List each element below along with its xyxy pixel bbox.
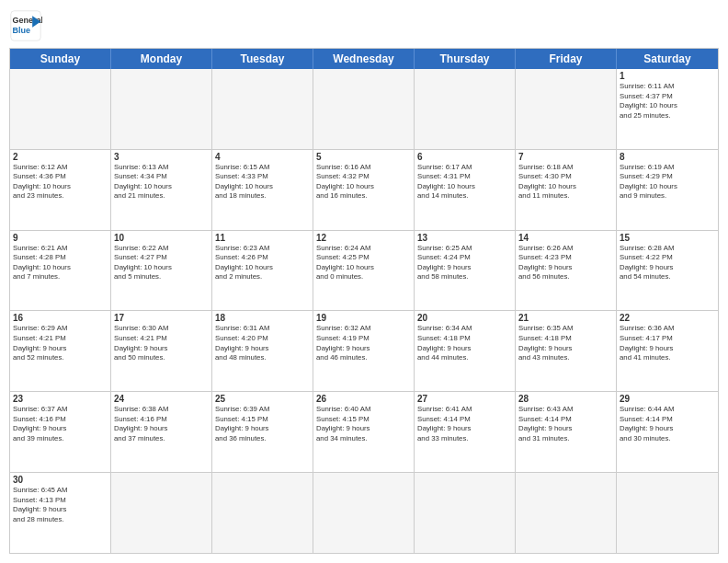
- calendar-cell: 7Sunrise: 6:18 AM Sunset: 4:30 PM Daylig…: [516, 150, 617, 230]
- calendar-cell: 14Sunrise: 6:26 AM Sunset: 4:23 PM Dayli…: [516, 231, 617, 311]
- day-number: 14: [518, 233, 613, 243]
- day-number: 21: [518, 313, 613, 323]
- calendar-cell: 20Sunrise: 6:34 AM Sunset: 4:18 PM Dayli…: [415, 311, 516, 391]
- cell-info: Sunrise: 6:23 AM Sunset: 4:26 PM Dayligh…: [215, 244, 310, 282]
- calendar-cell: 10Sunrise: 6:22 AM Sunset: 4:27 PM Dayli…: [111, 231, 212, 311]
- cell-info: Sunrise: 6:18 AM Sunset: 4:30 PM Dayligh…: [518, 163, 613, 201]
- cell-info: Sunrise: 6:26 AM Sunset: 4:23 PM Dayligh…: [518, 244, 613, 282]
- cell-info: Sunrise: 6:19 AM Sunset: 4:29 PM Dayligh…: [620, 163, 715, 201]
- calendar-cell: 23Sunrise: 6:37 AM Sunset: 4:16 PM Dayli…: [10, 392, 111, 472]
- calendar-cell: 2Sunrise: 6:12 AM Sunset: 4:36 PM Daylig…: [10, 150, 111, 230]
- calendar-cell: 21Sunrise: 6:35 AM Sunset: 4:18 PM Dayli…: [516, 311, 617, 391]
- day-header-monday: Monday: [111, 49, 212, 69]
- calendar-cell: 25Sunrise: 6:39 AM Sunset: 4:15 PM Dayli…: [212, 392, 313, 472]
- cell-info: Sunrise: 6:41 AM Sunset: 4:14 PM Dayligh…: [417, 405, 512, 443]
- day-number: 16: [13, 313, 108, 323]
- day-number: 8: [620, 152, 715, 162]
- calendar-row-0: 1Sunrise: 6:11 AM Sunset: 4:37 PM Daylig…: [10, 69, 718, 150]
- day-number: 12: [316, 233, 411, 243]
- cell-info: Sunrise: 6:32 AM Sunset: 4:19 PM Dayligh…: [316, 324, 411, 362]
- calendar-header-row: SundayMondayTuesdayWednesdayThursdayFrid…: [10, 49, 718, 69]
- day-header-friday: Friday: [516, 49, 617, 69]
- cell-info: Sunrise: 6:38 AM Sunset: 4:16 PM Dayligh…: [114, 405, 209, 443]
- day-number: 25: [215, 394, 310, 404]
- cell-info: Sunrise: 6:44 AM Sunset: 4:14 PM Dayligh…: [620, 405, 715, 443]
- day-number: 19: [316, 313, 411, 323]
- cell-info: Sunrise: 6:45 AM Sunset: 4:13 PM Dayligh…: [13, 486, 108, 524]
- calendar-cell: [617, 473, 718, 553]
- day-number: 20: [417, 313, 512, 323]
- calendar-cell: 22Sunrise: 6:36 AM Sunset: 4:17 PM Dayli…: [617, 311, 718, 391]
- calendar-cell: 3Sunrise: 6:13 AM Sunset: 4:34 PM Daylig…: [111, 150, 212, 230]
- day-number: 26: [316, 394, 411, 404]
- calendar: SundayMondayTuesdayWednesdayThursdayFrid…: [9, 48, 719, 554]
- day-number: 10: [114, 233, 209, 243]
- calendar-row-4: 23Sunrise: 6:37 AM Sunset: 4:16 PM Dayli…: [10, 392, 718, 473]
- cell-info: Sunrise: 6:21 AM Sunset: 4:28 PM Dayligh…: [13, 244, 108, 282]
- cell-info: Sunrise: 6:37 AM Sunset: 4:16 PM Dayligh…: [13, 405, 108, 443]
- cell-info: Sunrise: 6:16 AM Sunset: 4:32 PM Dayligh…: [316, 163, 411, 201]
- calendar-cell: 28Sunrise: 6:43 AM Sunset: 4:14 PM Dayli…: [516, 392, 617, 472]
- calendar-row-1: 2Sunrise: 6:12 AM Sunset: 4:36 PM Daylig…: [10, 150, 718, 231]
- calendar-cell: [313, 473, 415, 553]
- day-number: 29: [620, 394, 715, 404]
- cell-info: Sunrise: 6:40 AM Sunset: 4:15 PM Dayligh…: [316, 405, 411, 443]
- cell-info: Sunrise: 6:29 AM Sunset: 4:21 PM Dayligh…: [13, 324, 108, 362]
- cell-info: Sunrise: 6:43 AM Sunset: 4:14 PM Dayligh…: [518, 405, 613, 443]
- calendar-cell: 11Sunrise: 6:23 AM Sunset: 4:26 PM Dayli…: [212, 231, 313, 311]
- cell-info: Sunrise: 6:11 AM Sunset: 4:37 PM Dayligh…: [620, 82, 715, 121]
- cell-info: Sunrise: 6:12 AM Sunset: 4:36 PM Dayligh…: [13, 163, 108, 201]
- calendar-row-5: 30Sunrise: 6:45 AM Sunset: 4:13 PM Dayli…: [10, 473, 718, 553]
- calendar-cell: [212, 69, 313, 149]
- calendar-cell: [313, 69, 415, 149]
- calendar-cell: [111, 473, 212, 553]
- calendar-cell: [111, 69, 212, 149]
- calendar-cell: 12Sunrise: 6:24 AM Sunset: 4:25 PM Dayli…: [313, 231, 415, 311]
- calendar-cell: 15Sunrise: 6:28 AM Sunset: 4:22 PM Dayli…: [617, 231, 718, 311]
- day-number: 28: [518, 394, 613, 404]
- page: General Blue SundayMondayTuesdayWednesda…: [0, 0, 728, 563]
- calendar-cell: [212, 473, 313, 553]
- day-number: 3: [114, 152, 209, 162]
- calendar-cell: [516, 473, 617, 553]
- logo-icon: General Blue: [9, 9, 42, 42]
- day-header-tuesday: Tuesday: [212, 49, 313, 69]
- day-number: 9: [13, 233, 108, 243]
- day-number: 17: [114, 313, 209, 323]
- calendar-cell: [10, 69, 111, 149]
- day-header-sunday: Sunday: [10, 49, 111, 69]
- calendar-row-3: 16Sunrise: 6:29 AM Sunset: 4:21 PM Dayli…: [10, 311, 718, 392]
- calendar-cell: 4Sunrise: 6:15 AM Sunset: 4:33 PM Daylig…: [212, 150, 313, 230]
- calendar-cell: 30Sunrise: 6:45 AM Sunset: 4:13 PM Dayli…: [10, 473, 111, 553]
- calendar-row-2: 9Sunrise: 6:21 AM Sunset: 4:28 PM Daylig…: [10, 231, 718, 312]
- cell-info: Sunrise: 6:39 AM Sunset: 4:15 PM Dayligh…: [215, 405, 310, 443]
- day-number: 11: [215, 233, 310, 243]
- day-number: 1: [620, 71, 715, 81]
- calendar-cell: 29Sunrise: 6:44 AM Sunset: 4:14 PM Dayli…: [617, 392, 718, 472]
- calendar-cell: 1Sunrise: 6:11 AM Sunset: 4:37 PM Daylig…: [617, 69, 718, 149]
- day-number: 15: [620, 233, 715, 243]
- calendar-cell: 17Sunrise: 6:30 AM Sunset: 4:21 PM Dayli…: [111, 311, 212, 391]
- cell-info: Sunrise: 6:36 AM Sunset: 4:17 PM Dayligh…: [620, 324, 715, 362]
- calendar-cell: 18Sunrise: 6:31 AM Sunset: 4:20 PM Dayli…: [212, 311, 313, 391]
- day-number: 24: [114, 394, 209, 404]
- day-number: 6: [417, 152, 512, 162]
- calendar-cell: 16Sunrise: 6:29 AM Sunset: 4:21 PM Dayli…: [10, 311, 111, 391]
- day-number: 7: [518, 152, 613, 162]
- calendar-cell: [415, 69, 516, 149]
- day-number: 23: [13, 394, 108, 404]
- cell-info: Sunrise: 6:22 AM Sunset: 4:27 PM Dayligh…: [114, 244, 209, 282]
- day-header-thursday: Thursday: [415, 49, 516, 69]
- day-number: 22: [620, 313, 715, 323]
- cell-info: Sunrise: 6:28 AM Sunset: 4:22 PM Dayligh…: [620, 244, 715, 282]
- cell-info: Sunrise: 6:15 AM Sunset: 4:33 PM Dayligh…: [215, 163, 310, 201]
- cell-info: Sunrise: 6:34 AM Sunset: 4:18 PM Dayligh…: [417, 324, 512, 362]
- day-number: 5: [316, 152, 411, 162]
- calendar-cell: 27Sunrise: 6:41 AM Sunset: 4:14 PM Dayli…: [415, 392, 516, 472]
- header: General Blue: [9, 9, 719, 42]
- day-number: 13: [417, 233, 512, 243]
- cell-info: Sunrise: 6:25 AM Sunset: 4:24 PM Dayligh…: [417, 244, 512, 282]
- calendar-cell: 9Sunrise: 6:21 AM Sunset: 4:28 PM Daylig…: [10, 231, 111, 311]
- calendar-cell: 8Sunrise: 6:19 AM Sunset: 4:29 PM Daylig…: [617, 150, 718, 230]
- calendar-cell: 6Sunrise: 6:17 AM Sunset: 4:31 PM Daylig…: [415, 150, 516, 230]
